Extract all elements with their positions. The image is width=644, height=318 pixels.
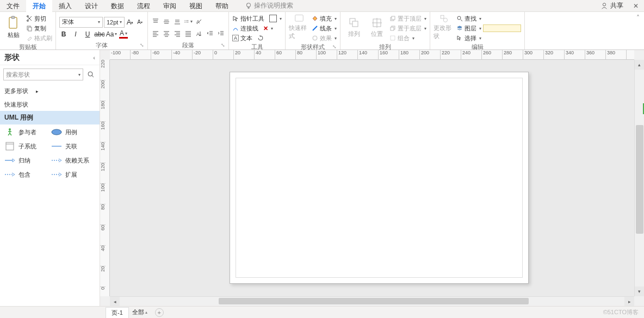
font-size-combo[interactable]: 12pt▾ — [104, 17, 125, 28]
effects-button[interactable]: 效果▾ — [312, 34, 337, 42]
align-center-button[interactable] — [162, 29, 171, 38]
align-top-button[interactable] — [151, 17, 160, 26]
paragraph-dialog-launcher[interactable]: ⤡ — [221, 41, 225, 49]
align-middle-button[interactable] — [162, 17, 171, 26]
text-tool-button[interactable]: A文本 — [232, 34, 264, 42]
canvas-area: -100-80-60-40-20020406080100120140160180… — [100, 50, 644, 306]
quick-shapes-label[interactable]: 快速形状 — [0, 98, 100, 111]
tab-insert[interactable]: 插入 — [52, 0, 78, 12]
quick-styles-button[interactable]: 快速样式 — [289, 14, 309, 40]
paste-button[interactable]: 粘贴 — [3, 14, 24, 40]
fill-button[interactable]: 填充▾ — [312, 14, 337, 23]
group-objects-button[interactable]: 组合▾ — [389, 34, 426, 42]
active-stencil[interactable]: UML 用例 — [0, 111, 100, 124]
arrange-button[interactable]: 排列 — [344, 14, 364, 40]
collapse-panel-icon[interactable]: ‹ — [93, 54, 95, 61]
vertical-scrollbar[interactable]: ▴ ▾ — [634, 60, 644, 296]
vscroll-thumb[interactable] — [636, 125, 643, 234]
person-icon — [600, 2, 608, 10]
group-icon — [389, 35, 396, 41]
decrease-indent-button[interactable] — [206, 29, 214, 38]
tab-home[interactable]: 开始 — [26, 0, 52, 12]
shape-dependency[interactable]: 依赖关系 — [51, 156, 96, 165]
shape-search-button[interactable] — [85, 68, 96, 80]
copy-icon — [26, 25, 33, 32]
group-label-clipboard: 剪贴板 — [19, 43, 37, 50]
tab-view[interactable]: 视图 — [183, 0, 209, 12]
pointer-tool-button[interactable]: 指针工具 ▾ — [232, 14, 282, 23]
font-dialog-launcher[interactable]: ⤡ — [140, 41, 144, 49]
find-button[interactable]: 查找▾ — [456, 14, 521, 23]
position-button[interactable]: 位置 — [367, 14, 387, 40]
search-icon — [87, 71, 95, 78]
tell-me-search[interactable]: 操作说明搜索 — [245, 1, 293, 10]
ribbon-group-shape-styles: 快速样式 填充▾ 线条▾ 效果▾ 形状样式⤡ — [286, 12, 340, 49]
tab-file[interactable]: 文件 — [0, 0, 26, 12]
shape-usecase[interactable]: 用例 — [51, 128, 96, 136]
svg-point-5 — [27, 16, 29, 17]
shape-association[interactable]: 关联 — [51, 142, 96, 151]
scroll-right-button[interactable]: ▸ — [624, 297, 634, 306]
align-bottom-button[interactable] — [173, 17, 182, 26]
shape-generalization[interactable]: 归纳 — [4, 156, 49, 165]
shape-search-input[interactable]: 搜索形状▾ — [3, 68, 83, 80]
tab-process[interactable]: 流程 — [131, 0, 157, 12]
cut-button[interactable]: 剪切 — [26, 14, 52, 23]
increase-font-icon[interactable]: A▴ — [126, 18, 134, 27]
change-shape-button[interactable]: 更改形状 — [434, 14, 454, 40]
font-name-combo[interactable]: 宋体▾ — [59, 17, 103, 28]
scroll-left-button[interactable]: ◂ — [110, 297, 120, 306]
group-label-shape-styles: 形状样式 — [301, 43, 325, 50]
scroll-up-button[interactable]: ▴ — [635, 60, 644, 70]
horizontal-scrollbar[interactable]: ◂ ▸ — [110, 296, 634, 306]
group-label-tools: 工具 — [251, 43, 263, 50]
page-tab-1[interactable]: 页-1 — [106, 307, 129, 318]
select-button[interactable]: 选择▾ — [456, 34, 521, 42]
all-pages-button[interactable]: 全部▴ — [132, 308, 147, 316]
copy-button[interactable]: 复制 — [26, 24, 52, 33]
tab-data[interactable]: 数据 — [104, 0, 131, 12]
bold-button[interactable]: B — [59, 30, 68, 39]
italic-button[interactable]: I — [71, 30, 80, 39]
close-button[interactable]: ✕ — [630, 1, 641, 11]
change-case-button[interactable]: Aa▾ — [107, 30, 116, 39]
clear-format-button[interactable]: A — [195, 17, 203, 26]
share-button[interactable]: 共享 — [597, 0, 627, 11]
font-color-button[interactable]: A▾ — [119, 30, 128, 39]
shape-extend[interactable]: 扩展 — [51, 170, 96, 179]
tab-review[interactable]: 审阅 — [157, 0, 183, 12]
drawing-surface[interactable] — [110, 60, 634, 296]
group-label-edit: 编辑 — [472, 43, 484, 50]
decrease-font-icon[interactable]: A▾ — [135, 18, 144, 27]
connector-tool-button[interactable]: 连接线 ✕▾ — [232, 24, 273, 33]
arrange-icon — [348, 17, 360, 29]
underline-button[interactable]: U — [83, 30, 92, 39]
line-button[interactable]: 线条▾ — [312, 24, 337, 33]
increase-indent-button[interactable] — [216, 29, 225, 38]
statusbar: 页-1 全部▴ + ©51CTO博客 — [0, 306, 644, 318]
shape-include[interactable]: 包含 — [4, 170, 49, 179]
tab-help[interactable]: 帮助 — [209, 0, 235, 12]
shape-actor[interactable]: 参与者 — [4, 128, 49, 136]
tab-design[interactable]: 设计 — [78, 0, 104, 12]
send-back-button[interactable]: 置于底层▾ — [389, 24, 426, 33]
rotate-text-button[interactable]: A — [195, 29, 203, 38]
svg-rect-2 — [9, 17, 17, 28]
subsystem-icon — [5, 142, 14, 151]
strikethrough-button[interactable]: abc — [95, 30, 104, 39]
scroll-down-button[interactable]: ▾ — [635, 286, 644, 296]
align-left-button[interactable] — [151, 29, 160, 38]
justify-button[interactable] — [184, 29, 193, 38]
align-right-button[interactable] — [173, 29, 182, 38]
shape-subsystem[interactable]: 子系统 — [4, 142, 49, 151]
add-page-button[interactable]: + — [155, 308, 164, 317]
layers-button[interactable]: 图层▾ — [456, 24, 521, 33]
more-shapes-button[interactable]: 更多形状▸ — [0, 84, 100, 98]
format-painter-button[interactable]: 格式刷 — [26, 34, 52, 42]
collapse-ribbon-icon[interactable]: ˄ — [636, 14, 640, 22]
page-shape[interactable] — [230, 72, 529, 284]
hscroll-thumb[interactable] — [219, 298, 529, 304]
bullets-button[interactable]: ▾ — [184, 17, 193, 26]
svg-point-9 — [184, 22, 185, 22]
bring-front-button[interactable]: 置于顶层▾ — [389, 14, 426, 23]
